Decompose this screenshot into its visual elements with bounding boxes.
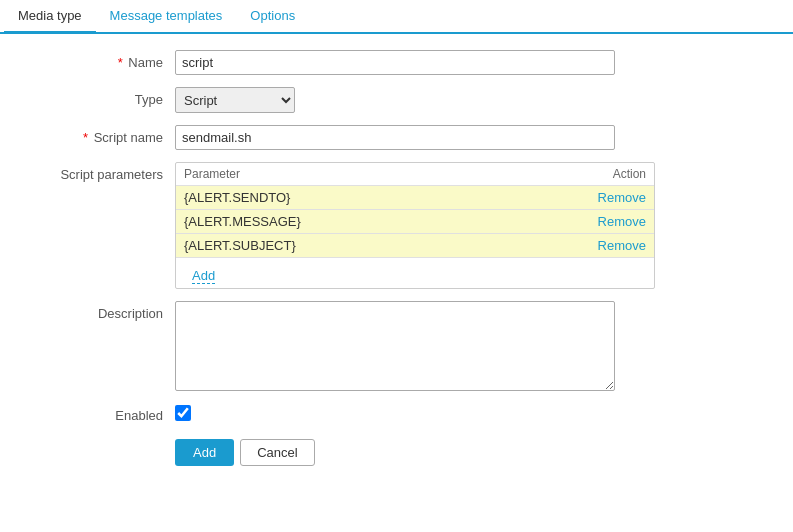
param-row-2: {ALERT.MESSAGE} Remove [176,209,654,233]
tab-media-type[interactable]: Media type [4,0,96,34]
enabled-checkbox[interactable] [175,405,191,421]
script-name-label: * Script name [20,125,175,145]
type-select[interactable]: Script Email SMS Jabber Ez Texting [175,87,295,113]
script-params-row: Script parameters Parameter Action {ALER… [20,162,773,289]
param-value-2: {ALERT.MESSAGE} [184,214,590,229]
params-col-parameter: Parameter [184,167,240,181]
description-textarea[interactable] [175,301,615,391]
tab-bar: Media type Message templates Options [0,0,793,34]
param-row-3: {ALERT.SUBJECT} Remove [176,233,654,257]
param-value-1: {ALERT.SENDTO} [184,190,590,205]
tab-message-templates[interactable]: Message templates [96,0,237,32]
enabled-label: Enabled [20,403,175,423]
button-row: Add Cancel [175,439,773,466]
enabled-row: Enabled [20,403,773,423]
script-params-label: Script parameters [20,162,175,182]
name-input[interactable] [175,50,615,75]
type-label: Type [20,87,175,107]
type-row: Type Script Email SMS Jabber Ez Texting [20,87,773,113]
add-param-row: Add [176,257,654,288]
script-params-table: Parameter Action {ALERT.SENDTO} Remove {… [175,162,655,289]
description-row: Description [20,301,773,391]
params-header: Parameter Action [176,163,654,185]
name-label: * Name [20,50,175,70]
script-params-container: Parameter Action {ALERT.SENDTO} Remove {… [175,162,655,289]
remove-button-1[interactable]: Remove [598,190,646,205]
remove-button-3[interactable]: Remove [598,238,646,253]
add-param-link[interactable]: Add [192,268,215,284]
script-name-row: * Script name [20,125,773,150]
param-row-1: {ALERT.SENDTO} Remove [176,185,654,209]
form-container: * Name Type Script Email SMS Jabber Ez T… [0,34,793,482]
script-name-input[interactable] [175,125,615,150]
description-label: Description [20,301,175,321]
param-value-3: {ALERT.SUBJECT} [184,238,590,253]
params-col-action: Action [613,167,646,181]
remove-button-2[interactable]: Remove [598,214,646,229]
name-required-star: * [118,55,123,70]
name-row: * Name [20,50,773,75]
add-button[interactable]: Add [175,439,234,466]
cancel-button[interactable]: Cancel [240,439,314,466]
tab-options[interactable]: Options [236,0,309,32]
script-name-required-star: * [83,130,88,145]
